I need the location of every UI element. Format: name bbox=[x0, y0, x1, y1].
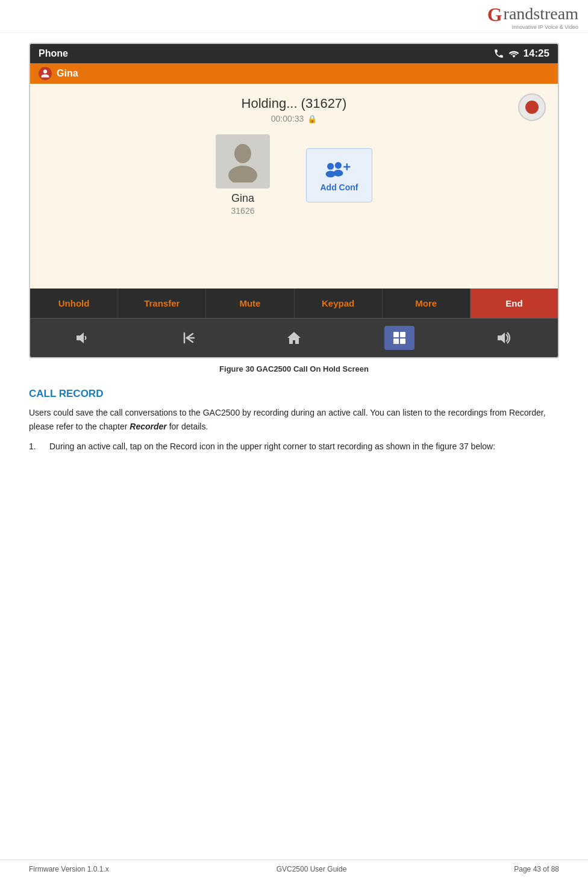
call-timer: 00:00:33 bbox=[271, 114, 304, 123]
footer-guide: GVC2500 User Guide bbox=[277, 865, 347, 873]
logo-g-letter: G bbox=[487, 5, 502, 24]
section-paragraph: Users could save the call conversations … bbox=[29, 406, 559, 434]
section-heading: CALL RECORD bbox=[29, 388, 559, 400]
list-item-text: During an active call, tap on the Record… bbox=[49, 440, 559, 454]
volume-high-icon bbox=[496, 331, 513, 345]
svg-point-4 bbox=[335, 162, 342, 169]
mute-button[interactable]: Mute bbox=[206, 289, 294, 318]
contact-bar: Gina bbox=[30, 63, 558, 84]
list-item-number: 1. bbox=[29, 440, 43, 454]
more-button[interactable]: More bbox=[383, 289, 471, 318]
volume-low-icon bbox=[75, 331, 91, 345]
contact-name: Gina bbox=[57, 68, 78, 79]
nav-volume-high-button[interactable] bbox=[490, 326, 520, 350]
logo-tagline: Innovative IP Voice & Video bbox=[512, 24, 578, 30]
record-button[interactable] bbox=[518, 93, 546, 121]
call-timer-row: 00:00:33 🔒 bbox=[271, 114, 317, 123]
caller-avatar-container: Gina 31626 bbox=[216, 134, 270, 216]
paragraph-text-2: for details. bbox=[167, 422, 208, 431]
add-conf-button[interactable]: Add Conf bbox=[306, 148, 372, 202]
page-footer: Firmware Version 1.0.1.x GVC2500 User Gu… bbox=[0, 860, 588, 873]
home-icon bbox=[286, 330, 302, 346]
record-dot bbox=[525, 101, 539, 114]
status-time: 14:25 bbox=[524, 48, 549, 60]
action-bar: Unhold Transfer Mute Keypad More End bbox=[30, 289, 558, 318]
nav-back-button[interactable] bbox=[174, 326, 204, 350]
nav-volume-low-button[interactable] bbox=[68, 326, 98, 350]
svg-marker-8 bbox=[77, 332, 84, 343]
figure-caption: Figure 30 GAC2500 Call On Hold Screen bbox=[0, 364, 588, 373]
caller-number: 31626 bbox=[231, 206, 255, 216]
svg-rect-12 bbox=[400, 339, 405, 344]
phone-title: Phone bbox=[39, 48, 68, 59]
status-icons: 14:25 bbox=[493, 48, 549, 60]
logo-brand: randstream bbox=[504, 5, 578, 23]
end-button[interactable]: End bbox=[471, 289, 558, 318]
svg-rect-10 bbox=[400, 332, 405, 337]
svg-rect-11 bbox=[393, 339, 399, 344]
bottom-nav-bar bbox=[30, 318, 558, 357]
avatars-row: Gina 31626 Add Conf bbox=[216, 134, 372, 216]
windows-icon bbox=[392, 331, 407, 345]
caller-name: Gina bbox=[231, 192, 254, 205]
logo-area: G randstream Innovative IP Voice & Video bbox=[487, 5, 578, 30]
call-screen: Holding... (31627) 00:00:33 🔒 Gina 31626 bbox=[30, 84, 558, 289]
phone-icon bbox=[493, 48, 504, 59]
nav-home-button[interactable] bbox=[279, 326, 309, 350]
transfer-button[interactable]: Transfer bbox=[118, 289, 206, 318]
add-conf-label: Add Conf bbox=[321, 183, 358, 192]
unhold-button[interactable]: Unhold bbox=[30, 289, 118, 318]
svg-point-2 bbox=[327, 163, 334, 169]
paragraph-text-1: Users could save the call conversations … bbox=[29, 408, 546, 431]
nav-windows-button[interactable] bbox=[384, 326, 414, 350]
page-header: G randstream Innovative IP Voice & Video bbox=[0, 0, 588, 33]
add-conf-icon bbox=[325, 158, 354, 180]
wifi-icon bbox=[508, 49, 520, 58]
svg-rect-9 bbox=[393, 332, 399, 337]
caller-avatar-svg bbox=[225, 140, 261, 183]
phone-status-bar: Phone 14:25 bbox=[30, 44, 558, 63]
svg-point-0 bbox=[234, 144, 251, 163]
back-icon bbox=[181, 331, 196, 345]
footer-firmware: Firmware Version 1.0.1.x bbox=[29, 865, 109, 873]
page-content: CALL RECORD Users could save the call co… bbox=[0, 388, 588, 454]
contact-avatar-icon bbox=[39, 67, 52, 80]
footer-page: Page 43 of 88 bbox=[514, 865, 559, 873]
keypad-button[interactable]: Keypad bbox=[295, 289, 383, 318]
svg-point-5 bbox=[333, 169, 343, 176]
recorder-link[interactable]: Recorder bbox=[130, 422, 166, 431]
holding-title: Holding... (31627) bbox=[242, 96, 347, 111]
svg-point-1 bbox=[228, 166, 257, 183]
lock-icon: 🔒 bbox=[307, 114, 317, 123]
svg-marker-13 bbox=[498, 332, 505, 343]
caller-avatar-box bbox=[216, 134, 270, 189]
list-item-1: 1. During an active call, tap on the Rec… bbox=[29, 440, 559, 454]
device-screenshot: Phone 14:25 Gina Holding... (31627 bbox=[29, 43, 559, 358]
